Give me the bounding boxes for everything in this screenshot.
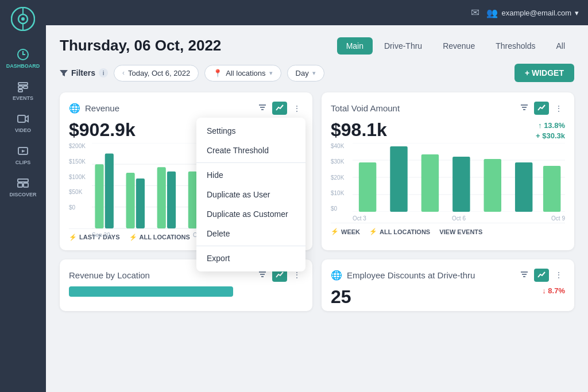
svg-rect-47: [359, 162, 376, 212]
add-widget-button[interactable]: + WIDGET: [514, 64, 574, 82]
sidebar-item-discover[interactable]: DISCOVER: [0, 171, 46, 203]
location-filter[interactable]: 📍 All locations ▾: [204, 65, 281, 81]
filter-text: Filters: [71, 68, 95, 77]
ed-globe-icon: 🌐: [331, 270, 342, 281]
location-value: All locations: [226, 69, 265, 77]
dashboard-icon: [17, 48, 29, 61]
svg-rect-28: [136, 178, 145, 228]
svg-rect-8: [24, 86, 28, 88]
date-arrow-left[interactable]: ‹: [122, 69, 125, 77]
rbl-bar-partial: [69, 286, 233, 297]
tab-drive-thru[interactable]: Drive-Thru: [375, 37, 431, 55]
void-delta-line2: + $30.3k: [536, 131, 565, 141]
dropdown-export[interactable]: Export: [196, 249, 305, 268]
filter-icon: [60, 69, 68, 77]
tab-all[interactable]: All: [547, 37, 574, 55]
void-y-labels: $40K $30K $20K $10K $0: [331, 143, 353, 212]
ed-value: 25: [331, 286, 351, 308]
void-sort-btn[interactable]: [518, 102, 531, 114]
dropdown-duplicate-user[interactable]: Duplicate as User: [196, 185, 305, 204]
void-viewevents-link[interactable]: VIEW EVENTS: [439, 228, 482, 235]
revenue-actions: ⋮: [256, 102, 303, 115]
void-x-labels: Oct 3 Oct 6 Oct 9: [353, 214, 565, 223]
svg-rect-49: [421, 154, 439, 212]
dropdown-duplicate-customer[interactable]: Duplicate as Customer: [196, 204, 305, 224]
svg-rect-6: [18, 83, 28, 85]
main-area: ✉ 👥 example@email.com ▾ Thursday, 06 Oct…: [46, 0, 588, 392]
void-footer: ⚡ WEEK ⚡ ALL LOCATIONS VIEW EVENTS: [331, 223, 565, 235]
dropdown-hide[interactable]: Hide: [196, 165, 305, 185]
svg-rect-30: [167, 172, 176, 228]
header-row: Thursday, 06 Oct, 2022 Main Drive-Thru R…: [60, 37, 574, 55]
svg-rect-53: [543, 166, 560, 212]
svg-rect-27: [126, 173, 135, 228]
ed-title: Employee Discounts at Drive-thru: [347, 270, 475, 280]
sidebar-item-clips[interactable]: CLIPS: [0, 139, 46, 171]
void-title-row: Total Void Amount: [331, 103, 400, 113]
void-more-btn[interactable]: ⋮: [552, 103, 565, 114]
sidebar: DASHBOARD EVENTS VIDEO: [0, 0, 46, 392]
void-chart: [353, 143, 565, 212]
period-value: Day: [296, 69, 309, 77]
dropdown-divider-1: [196, 162, 305, 163]
sidebar-item-dashboard[interactable]: DASHBOARD: [0, 42, 46, 75]
svg-point-2: [21, 17, 25, 21]
total-void-widget: Total Void Amount: [322, 92, 574, 250]
date-filter[interactable]: ‹ Today, Oct 6, 2022: [114, 65, 199, 81]
svg-rect-15: [24, 183, 28, 187]
revenue-title: Revenue: [85, 103, 119, 113]
svg-rect-29: [157, 167, 166, 228]
void-title: Total Void Amount: [331, 103, 400, 113]
revenue-header: 🌐 Revenue: [69, 102, 303, 115]
period-filter[interactable]: Day ▾: [287, 65, 324, 81]
void-header: Total Void Amount: [331, 102, 565, 115]
ed-actions: ⋮: [518, 269, 565, 282]
tab-main[interactable]: Main: [337, 37, 373, 55]
user-icon: 👥: [486, 7, 498, 18]
sidebar-item-video[interactable]: VIDEO: [0, 107, 46, 139]
tab-revenue[interactable]: Revenue: [434, 37, 484, 55]
svg-rect-14: [18, 183, 22, 187]
revenue-chart-btn[interactable]: [272, 102, 287, 115]
void-alllocations-link[interactable]: ⚡ ALL LOCATIONS: [369, 228, 430, 235]
tab-thresholds[interactable]: Thresholds: [486, 37, 544, 55]
filter-info-icon: i: [99, 68, 108, 77]
ed-title-row: 🌐 Employee Discounts at Drive-thru: [331, 270, 475, 281]
mail-icon[interactable]: ✉: [471, 6, 479, 19]
employee-discounts-widget: 🌐 Employee Discounts at Drive-thru: [322, 259, 574, 311]
discover-icon: [17, 177, 29, 189]
dropdown-create-threshold[interactable]: Create Threshold: [196, 141, 305, 160]
dropdown-delete[interactable]: Delete: [196, 224, 305, 243]
sidebar-label-dashboard: DASHBOARD: [6, 63, 40, 69]
svg-rect-48: [390, 146, 407, 212]
sidebar-item-events[interactable]: EVENTS: [0, 75, 46, 107]
sidebar-label-video: VIDEO: [15, 127, 31, 133]
rbl-title-row: Revenue by Location: [69, 270, 150, 280]
user-menu[interactable]: 👥 example@email.com ▾: [486, 7, 579, 18]
page-title: Thursday, 06 Oct, 2022: [60, 37, 221, 55]
ed-sort-btn[interactable]: [518, 269, 531, 281]
revenue-sort-btn[interactable]: [256, 102, 269, 114]
svg-rect-52: [515, 162, 532, 212]
void-chart-btn[interactable]: [534, 102, 549, 115]
ed-more-btn[interactable]: ⋮: [552, 269, 565, 281]
svg-rect-25: [95, 164, 103, 228]
ed-header: 🌐 Employee Discounts at Drive-thru: [331, 269, 565, 282]
date-value: Today, Oct 6, 2022: [128, 69, 190, 77]
revenue-title-row: 🌐 Revenue: [69, 103, 119, 114]
tab-bar: Main Drive-Thru Revenue Thresholds All: [337, 37, 574, 55]
widget-grid: 🌐 Revenue: [60, 92, 574, 311]
ed-delta: ↓ 8.7%: [542, 286, 565, 295]
clips-icon: [17, 145, 29, 157]
svg-rect-9: [18, 90, 22, 92]
events-icon: [17, 80, 29, 93]
period-chevron: ▾: [312, 69, 316, 77]
revenue-more-btn[interactable]: ⋮: [291, 103, 303, 114]
svg-rect-50: [452, 157, 470, 212]
video-icon: [17, 112, 29, 125]
dropdown-settings[interactable]: Settings: [196, 121, 305, 141]
ed-chart-btn[interactable]: [534, 269, 549, 282]
logo[interactable]: [11, 7, 35, 33]
sidebar-label-clips: CLIPS: [16, 160, 31, 165]
void-week-link[interactable]: ⚡ WEEK: [331, 228, 360, 235]
